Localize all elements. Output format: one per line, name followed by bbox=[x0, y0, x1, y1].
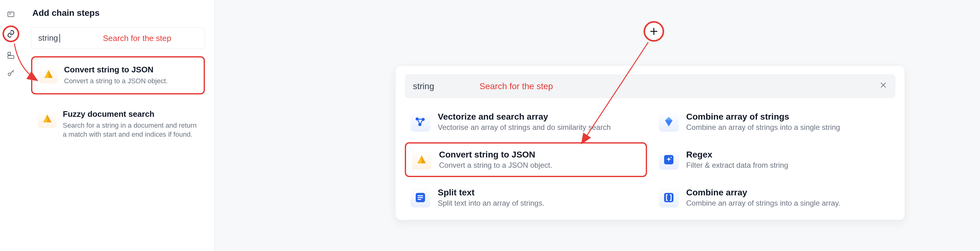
canvas: string Search for the step Vectorize and… bbox=[215, 0, 980, 251]
svg-point-8 bbox=[671, 157, 672, 158]
popup-item-desc: Combine an array of strings into a singl… bbox=[686, 199, 840, 208]
search-input[interactable]: string Search for the step bbox=[31, 27, 205, 49]
brackets-icon bbox=[659, 187, 679, 208]
step-title: Fuzzy document search bbox=[63, 110, 198, 119]
lines-icon bbox=[410, 187, 430, 208]
sparkle-icon bbox=[659, 150, 679, 170]
chain-icon-highlight bbox=[3, 25, 19, 42]
popup-item-desc: Vectorise an array of strings and do sim… bbox=[438, 123, 611, 132]
popup-item-desc: Split text into an array of strings. bbox=[438, 199, 544, 208]
layout-icon[interactable] bbox=[6, 50, 16, 60]
close-icon[interactable] bbox=[879, 81, 887, 91]
popup-item-title: Combine array of strings bbox=[686, 112, 840, 122]
search-annotation: Search for the step bbox=[103, 33, 171, 43]
step-card-body: Convert string to JSONConvert a string t… bbox=[64, 65, 168, 86]
popup-item-desc: Combine an array of strings into a singl… bbox=[686, 123, 840, 132]
step-card[interactable]: Fuzzy document searchSearch for a string… bbox=[31, 102, 205, 147]
popup-search-input[interactable]: string Search for the step bbox=[405, 74, 896, 98]
popup-item-body: Combine arrayCombine an array of strings… bbox=[686, 187, 840, 208]
text-cursor bbox=[59, 34, 60, 43]
popup-item[interactable]: Split textSplit text into an array of st… bbox=[405, 181, 647, 214]
popup-item-desc: Convert a string to a JSON object. bbox=[439, 161, 552, 170]
form-icon[interactable] bbox=[6, 10, 16, 19]
pyramid-icon bbox=[412, 150, 431, 170]
svg-rect-0 bbox=[8, 12, 14, 16]
popup-item-title: Vectorize and search array bbox=[438, 112, 611, 122]
key-icon[interactable] bbox=[6, 68, 16, 78]
popup-item[interactable]: RegexFilter & extract data from string bbox=[653, 142, 896, 177]
popup-item-body: Vectorize and search arrayVectorise an a… bbox=[438, 112, 611, 132]
svg-rect-11 bbox=[418, 197, 423, 198]
svg-point-3 bbox=[8, 73, 11, 76]
popup-item-body: RegexFilter & extract data from string bbox=[686, 150, 788, 170]
add-step-button[interactable] bbox=[644, 21, 664, 41]
popup-item[interactable]: Vectorize and search arrayVectorise an a… bbox=[405, 106, 647, 138]
step-title: Convert string to JSON bbox=[64, 65, 168, 75]
popup-search-annotation: Search for the step bbox=[479, 81, 553, 91]
svg-rect-12 bbox=[418, 199, 421, 200]
svg-rect-13 bbox=[664, 193, 673, 202]
pyramid-icon bbox=[39, 65, 58, 84]
popup-item-title: Split text bbox=[438, 187, 544, 198]
popup-item-desc: Filter & extract data from string bbox=[686, 161, 788, 170]
popup-item-body: Split textSplit text into an array of st… bbox=[438, 187, 544, 208]
popup-item-title: Convert string to JSON bbox=[439, 150, 552, 160]
step-picker-popup: string Search for the step Vectorize and… bbox=[395, 65, 905, 220]
svg-point-6 bbox=[419, 124, 421, 126]
icon-rail bbox=[0, 0, 22, 251]
popup-item-title: Combine array bbox=[686, 187, 840, 198]
pyramid-icon bbox=[38, 110, 57, 128]
left-panel: Add chain steps string Search for the st… bbox=[22, 0, 215, 251]
search-value: string bbox=[38, 33, 58, 43]
step-desc: Search for a string in a document and re… bbox=[63, 121, 198, 139]
gem-icon bbox=[659, 112, 679, 132]
graph-icon bbox=[410, 112, 430, 132]
popup-item[interactable]: Convert string to JSONConvert a string t… bbox=[405, 142, 647, 177]
chain-icon[interactable] bbox=[6, 30, 15, 38]
svg-rect-1 bbox=[8, 52, 11, 55]
svg-rect-10 bbox=[418, 195, 423, 196]
svg-rect-2 bbox=[8, 56, 14, 59]
panel-title: Add chain steps bbox=[32, 8, 205, 18]
step-desc: Convert a string to a JSON object. bbox=[64, 76, 168, 86]
popup-item-title: Regex bbox=[686, 150, 788, 160]
popup-item[interactable]: Combine array of stringsCombine an array… bbox=[653, 106, 896, 138]
popup-item-body: Combine array of stringsCombine an array… bbox=[686, 112, 840, 132]
popup-search-value: string bbox=[413, 81, 434, 91]
popup-item[interactable]: Combine arrayCombine an array of strings… bbox=[653, 181, 896, 214]
popup-item-body: Convert string to JSONConvert a string t… bbox=[439, 150, 552, 170]
step-card-body: Fuzzy document searchSearch for a string… bbox=[63, 110, 198, 139]
step-card[interactable]: Convert string to JSONConvert a string t… bbox=[31, 56, 205, 94]
